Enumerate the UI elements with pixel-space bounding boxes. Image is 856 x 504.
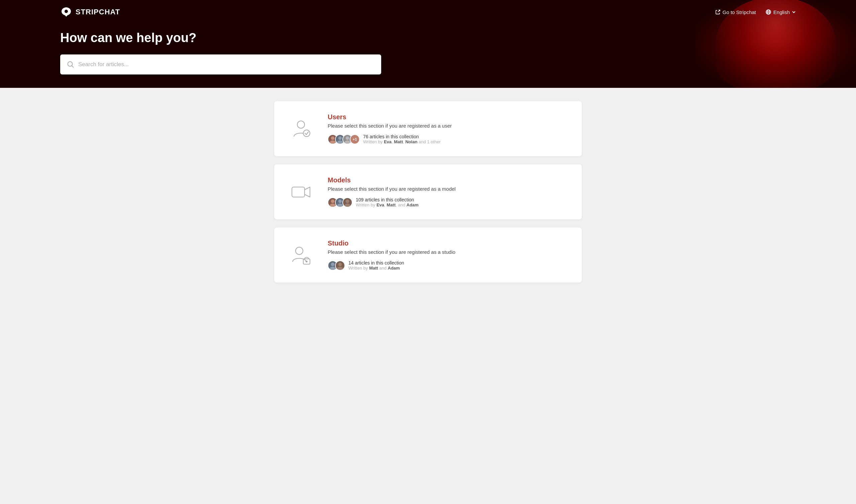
users-description: Please select this section if you are re… <box>328 123 568 129</box>
studio-meta-text: 14 articles in this collection Written b… <box>348 260 404 271</box>
nav-right: Go to Stripchat English <box>715 9 796 15</box>
logo-icon <box>60 6 72 18</box>
models-avatars <box>328 197 353 208</box>
brand-logo[interactable]: STRIPCHAT <box>60 6 120 18</box>
chevron-down-icon <box>792 10 796 14</box>
svg-point-11 <box>338 136 342 140</box>
studio-avatars <box>328 260 345 271</box>
svg-point-14 <box>346 136 349 140</box>
svg-rect-16 <box>292 187 305 197</box>
go-to-site-label: Go to Stripchat <box>723 10 756 15</box>
models-authors: Written by Eva, Matt, and Adam <box>356 202 418 208</box>
users-article-count: 76 articles in this collection <box>363 134 441 139</box>
users-avatars: +1 <box>328 134 360 144</box>
models-title: Models <box>328 176 568 184</box>
studio-icon <box>288 244 314 267</box>
search-input[interactable] <box>78 61 375 68</box>
models-icon <box>288 180 314 204</box>
models-description: Please select this section if you are re… <box>328 186 568 192</box>
svg-point-26 <box>295 247 303 254</box>
avatar-adam-models <box>342 197 353 208</box>
studio-article-count: 14 articles in this collection <box>348 260 404 266</box>
studio-description: Please select this section if you are re… <box>328 249 568 255</box>
users-meta: +1 76 articles in this collection Writte… <box>328 134 568 144</box>
models-meta-text: 109 articles in this collection Written … <box>356 197 418 208</box>
external-link-icon <box>715 10 721 15</box>
search-icon-wrap <box>67 61 74 68</box>
hero-section: STRIPCHAT Go to Stripchat En <box>0 0 856 88</box>
models-article-count: 109 articles in this collection <box>356 197 418 202</box>
svg-point-21 <box>338 199 342 203</box>
avatar-extra-users: +1 <box>350 134 360 144</box>
collection-card-models[interactable]: Models Please select this section if you… <box>274 164 582 219</box>
models-collection-info: Models Please select this section if you… <box>328 176 568 208</box>
language-selector[interactable]: English <box>765 9 796 15</box>
svg-point-28 <box>306 261 307 262</box>
users-collection-info: Users Please select this section if you … <box>328 113 568 144</box>
brand-name: STRIPCHAT <box>75 8 120 16</box>
hero-content: How can we help you? <box>0 24 856 74</box>
svg-point-8 <box>331 136 335 140</box>
svg-point-30 <box>331 263 335 266</box>
avatar-adam-studio <box>335 260 345 271</box>
svg-point-6 <box>303 130 310 137</box>
users-icon <box>288 117 314 141</box>
studio-meta: 14 articles in this collection Written b… <box>328 260 568 271</box>
users-authors: Written by Eva, Matt, Nolan and 1 other <box>363 139 441 144</box>
studio-title: Studio <box>328 239 568 247</box>
svg-point-24 <box>346 199 349 203</box>
studio-collection-info: Studio Please select this section if you… <box>328 239 568 271</box>
svg-point-18 <box>331 199 335 203</box>
studio-authors: Written by Matt and Adam <box>348 266 404 271</box>
search-bar <box>60 54 381 74</box>
hero-title: How can we help you? <box>60 31 796 45</box>
svg-point-5 <box>297 121 305 128</box>
collection-card-users[interactable]: Users Please select this section if you … <box>274 101 582 156</box>
globe-icon <box>765 9 771 15</box>
language-label: English <box>773 10 790 15</box>
go-to-site-link[interactable]: Go to Stripchat <box>715 10 756 15</box>
svg-point-1 <box>65 10 68 13</box>
search-icon <box>67 61 74 68</box>
users-title: Users <box>328 113 568 121</box>
svg-point-33 <box>338 263 342 266</box>
svg-point-4 <box>68 62 72 67</box>
main-content: Users Please select this section if you … <box>268 88 588 311</box>
navigation: STRIPCHAT Go to Stripchat En <box>0 0 856 24</box>
users-meta-text: 76 articles in this collection Written b… <box>363 134 441 144</box>
collection-card-studio[interactable]: Studio Please select this section if you… <box>274 228 582 283</box>
models-meta: 109 articles in this collection Written … <box>328 197 568 208</box>
